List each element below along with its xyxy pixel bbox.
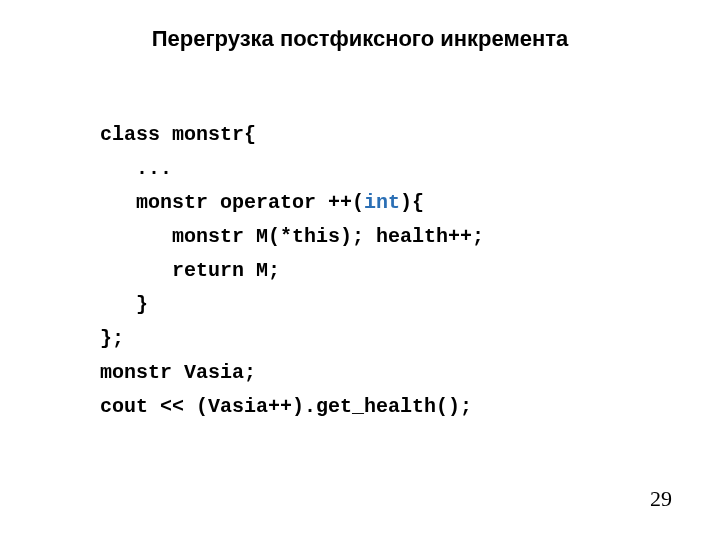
code-line: ... [100, 157, 172, 180]
code-block: class monstr{ ... monstr operator ++(int… [100, 118, 484, 424]
keyword-int: int [364, 191, 400, 214]
code-line: monstr M(*this); health++; [100, 225, 484, 248]
code-line: } [100, 293, 148, 316]
code-line-part: monstr operator ++( [100, 191, 364, 214]
code-line: monstr Vasia; [100, 361, 256, 384]
code-line: return M; [100, 259, 280, 282]
code-line: }; [100, 327, 124, 350]
code-line: cout << (Vasia++).get_health(); [100, 395, 472, 418]
slide: Перегрузка постфиксного инкремента class… [0, 0, 720, 540]
page-number: 29 [650, 486, 672, 512]
code-line-part: ){ [400, 191, 424, 214]
code-line: class monstr{ [100, 123, 256, 146]
slide-title: Перегрузка постфиксного инкремента [0, 26, 720, 52]
